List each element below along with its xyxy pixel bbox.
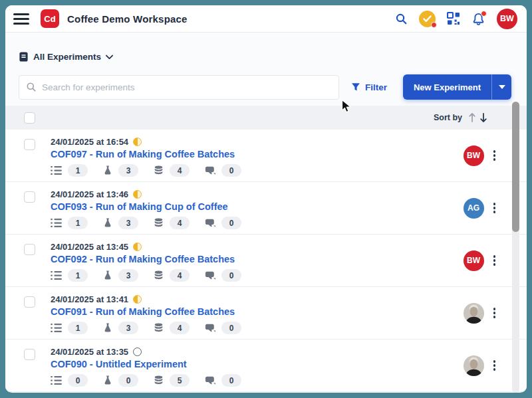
top-bar: Cd Coffee Demo Workspace BW — [5, 5, 527, 33]
avatar[interactable] — [464, 303, 484, 324]
samples-count: 0 — [118, 374, 138, 387]
funnel-icon — [351, 82, 360, 92]
steps-list-icon — [51, 270, 62, 280]
kebab-menu[interactable] — [491, 200, 498, 216]
experiment-row[interactable]: 24/01/2025 at 13:35 COF090 - Untitled Ex… — [5, 340, 527, 392]
sort-by-label: Sort by — [434, 113, 462, 122]
experiment-title-link[interactable]: COF093 - Run of Making Cup of Coffee — [51, 201, 228, 212]
steps-count: 1 — [68, 322, 88, 334]
comments-count: 0 — [221, 217, 241, 229]
topbar-icons: BW — [395, 9, 517, 29]
row-checkbox[interactable] — [24, 244, 35, 255]
menu-icon[interactable] — [13, 13, 29, 25]
kebab-menu[interactable] — [491, 252, 498, 268]
experiment-summary: 24/01/2025 at 13:45 COF092 - Run of Maki… — [35, 235, 464, 286]
row-checkbox[interactable] — [24, 296, 35, 308]
experiment-summary: 24/01/2025 at 13:46 COF093 - Run of Maki… — [35, 182, 464, 234]
row-right: AG — [464, 182, 498, 234]
select-all-checkbox[interactable] — [24, 112, 35, 124]
flask-icon — [103, 375, 112, 385]
datasets-count: 4 — [170, 164, 190, 177]
experiment-title-link[interactable]: COF090 - Untitled Experiment — [51, 359, 187, 369]
user-avatar[interactable]: BW — [497, 9, 517, 29]
sort-descending-icon[interactable] — [480, 113, 487, 122]
notifications-bell-icon[interactable] — [471, 12, 485, 26]
approvals-notification-dot — [431, 22, 437, 28]
steps-list-icon — [51, 323, 62, 333]
database-icon — [154, 323, 164, 333]
collection-label: All Experiments — [33, 52, 101, 62]
experiment-summary: 24/01/2025 at 16:54 COF097 - Run of Maki… — [35, 130, 464, 181]
comments-icon — [205, 376, 215, 385]
datasets-count: 4 — [170, 269, 190, 282]
row-checkbox[interactable] — [24, 139, 35, 150]
samples-count: 3 — [118, 164, 138, 177]
status-icon — [133, 348, 142, 356]
scrollbar-track[interactable] — [512, 102, 519, 393]
count-badges: 1 3 4 0 — [51, 269, 464, 282]
steps-count: 1 — [68, 217, 88, 229]
samples-count: 3 — [118, 322, 138, 334]
chevron-down-icon — [106, 54, 113, 60]
new-experiment-label[interactable]: New Experiment — [403, 74, 491, 100]
kebab-menu[interactable] — [491, 357, 498, 373]
experiment-title-link[interactable]: COF092 - Run of Making Coffee Batches — [51, 254, 235, 264]
count-badges: 0 0 5 0 — [51, 374, 464, 387]
experiment-row[interactable]: 24/01/2025 at 13:46 COF093 - Run of Maki… — [5, 182, 527, 235]
status-icon — [133, 190, 142, 199]
experiment-date: 24/01/2025 at 13:35 — [51, 347, 128, 357]
count-badges: 1 3 4 0 — [51, 322, 464, 334]
comments-count: 0 — [221, 269, 241, 282]
avatar[interactable]: BW — [464, 146, 484, 166]
comments-count: 0 — [221, 322, 241, 334]
experiment-title-link[interactable]: COF091 - Run of Making Coffee Batches — [51, 306, 235, 317]
count-badges: 1 3 4 0 — [51, 164, 464, 177]
database-icon — [154, 270, 164, 280]
collection-selector[interactable]: All Experiments — [19, 52, 113, 62]
experiment-row[interactable]: 24/01/2025 at 13:45 COF092 - Run of Maki… — [5, 235, 527, 287]
comments-count: 0 — [221, 164, 241, 177]
steps-list-icon — [51, 165, 62, 175]
database-icon — [154, 375, 164, 385]
status-icon — [133, 295, 142, 304]
experiment-title-link[interactable]: COF097 - Run of Making Coffee Batches — [51, 149, 235, 159]
sort-ascending-icon[interactable] — [469, 113, 475, 122]
experiment-date: 24/01/2025 at 13:41 — [51, 294, 128, 304]
experiment-row[interactable]: 24/01/2025 at 16:54 COF097 - Run of Maki… — [5, 130, 527, 182]
scrollbar-thumb[interactable] — [512, 102, 519, 232]
avatar[interactable]: BW — [464, 250, 484, 271]
apps-grid-icon[interactable] — [447, 12, 460, 25]
avatar[interactable] — [464, 355, 484, 376]
kebab-menu[interactable] — [491, 305, 498, 321]
filter-label: Filter — [365, 82, 387, 92]
steps-count: 1 — [68, 164, 88, 177]
workspace-logo[interactable]: Cd — [41, 9, 59, 28]
steps-count: 0 — [68, 374, 88, 387]
comments-icon — [205, 166, 215, 175]
row-right — [464, 287, 498, 339]
database-icon — [154, 165, 164, 175]
filter-button[interactable]: Filter — [339, 75, 399, 100]
row-checkbox[interactable] — [24, 191, 35, 203]
caret-down-icon — [499, 85, 505, 89]
samples-count: 3 — [118, 217, 138, 229]
approvals-icon[interactable] — [419, 11, 436, 27]
new-experiment-dropdown-toggle[interactable] — [491, 74, 511, 100]
experiment-row[interactable]: 24/01/2025 at 13:41 COF091 - Run of Maki… — [5, 287, 527, 340]
search-input[interactable] — [42, 82, 332, 92]
search-icon[interactable] — [395, 13, 408, 25]
avatar[interactable]: AG — [464, 198, 484, 219]
new-experiment-button[interactable]: New Experiment — [403, 74, 511, 100]
samples-count: 3 — [118, 269, 138, 282]
datasets-count: 4 — [170, 217, 190, 229]
status-icon — [133, 243, 142, 251]
flask-icon — [103, 323, 112, 333]
comments-count: 0 — [221, 374, 241, 387]
flask-icon — [103, 218, 112, 228]
experiment-date: 24/01/2025 at 16:54 — [51, 137, 128, 147]
row-checkbox[interactable] — [24, 349, 35, 360]
count-badges: 1 3 4 0 — [51, 217, 464, 229]
row-right: BW — [464, 235, 498, 286]
kebab-menu[interactable] — [491, 148, 498, 163]
flask-icon — [103, 270, 112, 280]
